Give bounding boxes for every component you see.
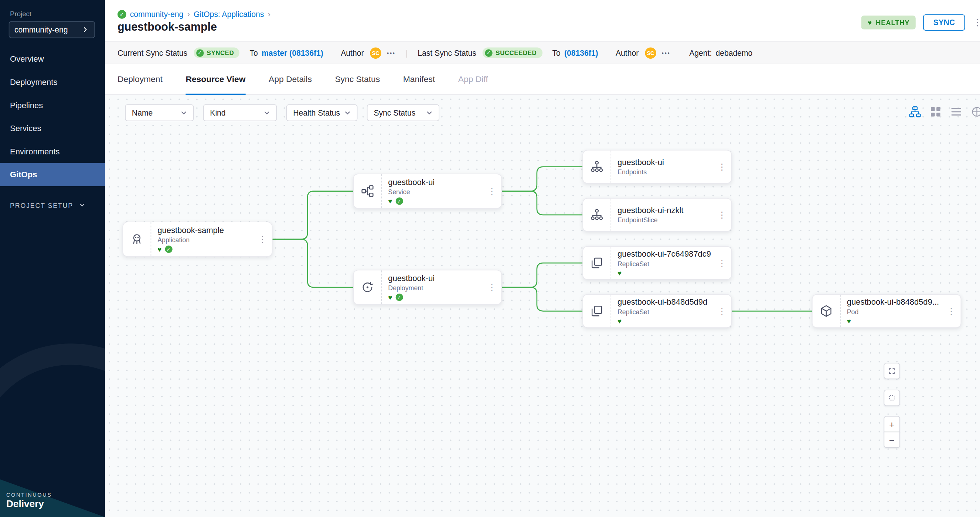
sidebar-item-overview[interactable]: Overview [0,48,105,71]
sidebar-nav: Overview Deployments Pipelines Services … [0,48,105,186]
node-pod[interactable]: guestbook-ui-b848d5d9... Pod ♥ ⋮ [812,294,961,328]
node-kind: Pod [847,308,942,316]
breadcrumb: ✓ community-eng › GitOps: Applications › [118,9,270,19]
zoom-in-button[interactable]: + [884,416,900,432]
healthy-icon: ♥ [617,270,622,277]
sync-status-bar: Current Sync Status ✓ SYNCED To master (… [105,41,980,65]
grid-view-icon[interactable] [929,106,942,118]
healthy-icon: ♥ [617,317,622,325]
clipped-edge-icon[interactable] [971,106,980,118]
node-deployment[interactable]: guestbook-ui Deployment ♥ ✓ ⋮ [353,270,502,305]
deployment-icon [354,270,382,304]
gitops-app-icon: ✓ [118,10,126,19]
dashed-square-icon [888,393,896,403]
healthy-icon: ♥ [388,198,392,205]
project-selector[interactable]: community-eng [9,21,95,38]
node-menu-icon[interactable]: ⋮ [716,210,731,220]
sidebar-item-environments[interactable]: Environments [0,140,105,163]
breadcrumb-applications-link[interactable]: GitOps: Applications [194,10,264,19]
node-kind: Endpoints [617,168,713,176]
fullscreen-button[interactable] [884,363,900,379]
node-application[interactable]: guestbook-sample Application ♥ ✓ ⋮ [123,222,273,257]
node-menu-icon[interactable]: ⋮ [716,306,731,316]
zoom-out-button[interactable]: − [884,432,900,448]
filter-kind[interactable]: Kind [203,104,277,121]
author-more-icon[interactable]: ••• [387,49,396,56]
filter-sync-status[interactable]: Sync Status [367,104,439,121]
tab-resource-view[interactable]: Resource View [186,64,245,95]
node-endpointslice[interactable]: guestbook-ui-nzklt EndpointSlice ⋮ [582,198,732,232]
replicaset-icon [583,295,611,327]
filter-health-status[interactable]: Health Status [286,104,358,121]
to-label: To [552,48,560,57]
tab-manifest[interactable]: Manifest [403,64,435,95]
node-status: ♥ [617,317,713,325]
sidebar-item-deployments[interactable]: Deployments [0,71,105,94]
main-content: ✓ community-eng › GitOps: Applications ›… [105,0,980,517]
view-mode-switcher [909,106,980,118]
tab-app-diff: App Diff [458,64,488,95]
header-actions: ♥ HEALTHY SYNC ⋮ [861,14,978,31]
current-target-revision[interactable]: master (08136f1) [262,48,323,57]
project-label: Project [10,10,32,17]
health-status-badge: ♥ HEALTHY [861,16,916,29]
node-menu-icon[interactable]: ⋮ [257,234,272,244]
sidebar-item-pipelines[interactable]: Pipelines [0,94,105,117]
sidebar-item-label: GitOps [10,170,37,179]
resource-tree-canvas[interactable]: Name Kind Health Status Sync Status [105,95,980,517]
brand-logo: CONTINUOUS Delivery [6,492,52,510]
agent-value: debademo [716,48,752,57]
sidebar-item-services[interactable]: Services [0,117,105,140]
list-view-icon[interactable] [950,106,963,118]
breadcrumb-project-link[interactable]: community-eng [130,10,184,19]
synced-icon: ✓ [165,246,172,253]
synced-badge: ✓ SYNCED [194,48,239,58]
tab-deployment[interactable]: Deployment [118,64,162,95]
node-body: guestbook-ui-b848d5d9d ReplicaSet ♥ [611,297,716,325]
replicaset-icon [583,247,611,279]
sidebar-item-label: Deployments [10,78,57,87]
project-setup-toggle[interactable]: PROJECT SETUP [10,201,86,209]
node-body: guestbook-ui Endpoints [611,157,716,176]
filter-label: Name [132,108,153,117]
node-endpoints[interactable]: guestbook-ui Endpoints ⋮ [582,150,732,184]
node-menu-icon[interactable]: ⋮ [716,162,731,172]
node-menu-icon[interactable]: ⋮ [716,258,731,268]
chevron-right-icon [81,25,89,33]
node-menu-icon[interactable]: ⋮ [946,306,961,316]
project-selector-value: community-eng [14,25,68,34]
healthy-icon: ♥ [388,294,392,301]
node-replicaset-2[interactable]: guestbook-ui-b848d5d9d ReplicaSet ♥ ⋮ [582,294,732,328]
filter-name[interactable]: Name [125,104,194,121]
synced-icon: ✓ [395,197,403,205]
node-status: ♥ ✓ [388,293,482,301]
endpointslice-icon [583,199,611,231]
node-title: guestbook-ui [617,157,713,167]
node-title: guestbook-ui [388,177,482,187]
sync-button[interactable]: SYNC [923,14,965,31]
synced-badge-label: SYNCED [207,49,234,57]
tab-sync-status[interactable]: Sync Status [335,64,380,95]
author-avatar[interactable]: SC [370,47,381,58]
sidebar-item-gitops[interactable]: GitOps [0,163,105,186]
endpoints-icon [583,151,611,183]
node-menu-icon[interactable]: ⋮ [486,282,501,292]
node-body: guestbook-sample Application ♥ ✓ [151,226,257,253]
tree-view-icon[interactable] [909,106,921,118]
filters-row: Name Kind Health Status Sync Status [125,104,439,121]
fit-selection-button[interactable] [884,390,900,406]
author-more-icon[interactable]: ••• [662,49,671,56]
node-kind: EndpointSlice [617,216,713,224]
last-target-revision[interactable]: (08136f1) [564,48,598,57]
app-tabs: Deployment Resource View App Details Syn… [105,64,980,95]
tab-app-details[interactable]: App Details [269,64,312,95]
node-menu-icon[interactable]: ⋮ [486,186,501,196]
chevron-down-icon [262,108,271,117]
divider: | [406,48,407,57]
node-service[interactable]: guestbook-ui Service ♥ ✓ ⋮ [353,174,502,209]
application-icon [123,222,151,256]
author-avatar[interactable]: SC [645,47,656,58]
node-replicaset-1[interactable]: guestbook-ui-7c64987dc9 ReplicaSet ♥ ⋮ [582,246,732,279]
header-menu-icon[interactable]: ⋮ [973,17,979,28]
stage: Project community-eng Overview Deploymen… [0,0,980,517]
